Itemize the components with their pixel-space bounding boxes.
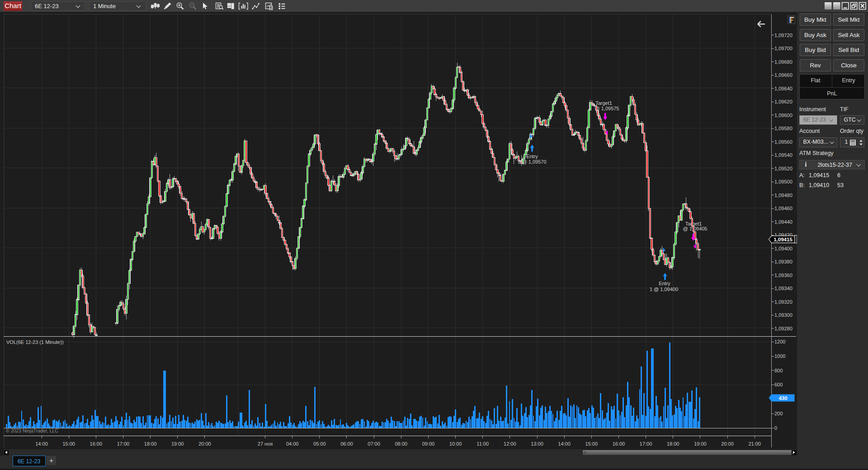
svg-text:20:00: 20:00 [198,441,211,446]
svg-text:1,09415: 1,09415 [774,237,793,242]
svg-text:11:00: 11:00 [476,441,489,446]
svg-text:1,09340: 1,09340 [774,286,793,291]
svg-text:21:00: 21:00 [748,441,761,446]
svg-text:800: 800 [774,368,783,373]
svg-text:+: + [49,457,53,464]
svg-text:15:00: 15:00 [62,441,75,446]
svg-text:1,09360: 1,09360 [774,273,793,278]
svg-text:1,09660: 1,09660 [774,72,793,78]
svg-text:Entry: Entry [526,154,538,159]
svg-text:19:00: 19:00 [694,441,707,446]
svg-text:19:00: 19:00 [171,441,184,446]
svg-text:12:00: 12:00 [504,441,516,446]
svg-text:10:00: 10:00 [449,441,462,446]
svg-text:16:00: 16:00 [90,441,103,446]
svg-text:1,09400: 1,09400 [774,246,793,251]
svg-text:1,09480: 1,09480 [774,193,793,198]
svg-text:18:00: 18:00 [144,441,157,446]
svg-text:1,09560: 1,09560 [774,139,793,145]
svg-text:16:00: 16:00 [613,441,625,446]
svg-text:1,09460: 1,09460 [774,206,793,211]
svg-text:1,09320: 1,09320 [774,299,793,305]
svg-text:1,09620: 1,09620 [774,99,793,104]
svg-text:0: 0 [774,425,777,431]
svg-text:1,09720: 1,09720 [774,33,793,38]
svg-text:08:00: 08:00 [395,441,407,446]
svg-text:200: 200 [774,411,783,416]
svg-text:1,09680: 1,09680 [774,59,793,65]
svg-text:1,09700: 1,09700 [774,46,793,51]
svg-text:1,09580: 1,09580 [774,126,793,131]
svg-text:1,09600: 1,09600 [774,113,793,118]
svg-text:600: 600 [774,382,783,387]
svg-text:1,09540: 1,09540 [774,152,793,158]
svg-text:@ 1,09405: @ 1,09405 [683,226,708,231]
svg-text:1,09500: 1,09500 [774,179,793,184]
svg-text:05:00: 05:00 [313,441,326,446]
svg-text:07:00: 07:00 [368,441,380,446]
svg-text:1 @ 1,09400: 1 @ 1,09400 [650,287,678,292]
svg-text:1000: 1000 [774,353,785,359]
svg-text:06:00: 06:00 [340,441,353,446]
svg-text:18:00: 18:00 [667,441,679,446]
svg-text:© 2023 NinjaTrader, LLC: © 2023 NinjaTrader, LLC [6,428,58,433]
svg-text:14:00: 14:00 [558,441,571,446]
svg-text:Entry: Entry [659,281,670,286]
svg-text:1200: 1200 [774,339,785,344]
svg-text:1,09440: 1,09440 [774,219,793,225]
svg-text:17:00: 17:00 [640,441,652,446]
svg-text:27 ноя: 27 ноя [258,441,273,446]
svg-text:1,09280: 1,09280 [774,326,793,331]
svg-text:13:00: 13:00 [531,441,543,446]
svg-text:6E 12-23: 6E 12-23 [18,458,41,465]
svg-text:1,09520: 1,09520 [774,166,793,171]
svg-text:Target1: Target1 [595,100,612,106]
svg-text:09:00: 09:00 [422,441,435,446]
svg-text:VOL(6E 12-23 (1 Minute)): VOL(6E 12-23 (1 Minute)) [6,339,64,345]
svg-text:20:00: 20:00 [721,441,734,446]
svg-text:14:00: 14:00 [35,441,48,446]
svg-text:15:00: 15:00 [585,441,598,446]
svg-text:1,09300: 1,09300 [774,312,793,318]
svg-text:430: 430 [778,395,787,401]
svg-text:04:00: 04:00 [286,441,299,446]
svg-text:17:00: 17:00 [117,441,130,446]
svg-text:1,09640: 1,09640 [774,86,793,91]
svg-text:1,09380: 1,09380 [774,259,793,264]
